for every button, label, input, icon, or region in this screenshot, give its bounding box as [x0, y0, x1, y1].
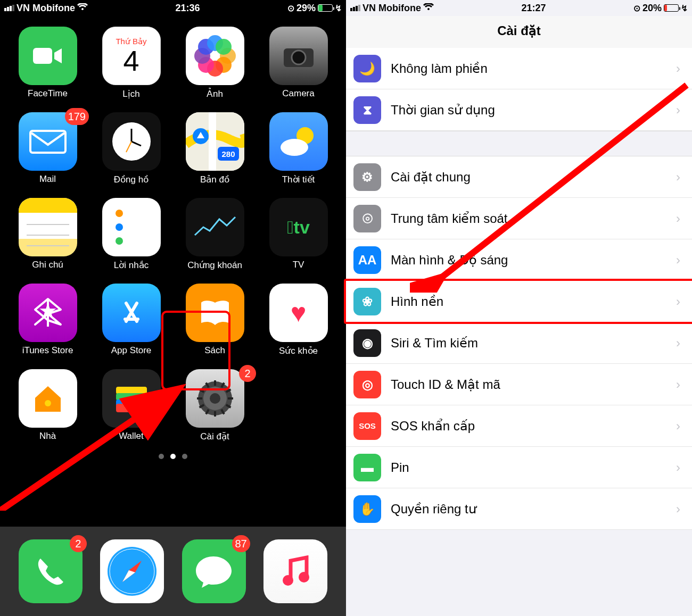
- app-grid: FaceTimeThứ Bảy4LịchẢnhCamera179MailĐồng…: [0, 16, 346, 447]
- dock-app[interactable]: 2: [19, 539, 83, 603]
- row-icon: ◎: [353, 371, 381, 398]
- svg-rect-30: [228, 397, 233, 399]
- signal-icon: [4, 5, 14, 11]
- settings-title: Cài đặt: [346, 16, 692, 48]
- settings-row-quy-n-ri-ng-t-[interactable]: ✋Quyền riêng tư›: [346, 488, 692, 530]
- svg-rect-27: [214, 380, 216, 386]
- health-icon: ♥: [269, 284, 328, 342]
- dock-app[interactable]: 87: [182, 539, 246, 603]
- row-label: Siri & Tìm kiếm: [391, 336, 676, 351]
- svg-text:★: ★: [38, 299, 57, 322]
- section-gap: [346, 131, 692, 156]
- chevron-right-icon: ›: [676, 377, 680, 392]
- clock-icon: [102, 112, 161, 171]
- app-wallet[interactable]: Wallet: [94, 369, 168, 442]
- svg-rect-0: [33, 48, 52, 64]
- settings-row-touch-id-m-t-m-[interactable]: ◎Touch ID & Mật mã›: [346, 364, 692, 405]
- app-thời-tiết[interactable]: Thời tiết: [261, 112, 335, 185]
- app-cài-đặt[interactable]: 2Cài đặt: [178, 369, 252, 442]
- books-icon: [186, 284, 244, 342]
- wifi-icon: [77, 3, 88, 13]
- page-indicator[interactable]: [0, 454, 346, 459]
- wifi-icon: [423, 3, 434, 13]
- app-label: TV: [293, 260, 304, 270]
- svg-point-26: [210, 393, 220, 404]
- chevron-right-icon: ›: [676, 336, 680, 351]
- svg-point-41: [283, 575, 293, 586]
- app-nhà[interactable]: Nhà: [11, 369, 85, 442]
- row-icon: ✋: [353, 495, 381, 523]
- row-label: SOS khẩn cấp: [391, 419, 676, 434]
- badge: 2: [70, 535, 87, 552]
- status-time: 21:27: [521, 3, 546, 14]
- app-sức-khỏe[interactable]: ♥Sức khỏe: [261, 284, 335, 356]
- settings-row-c-i-t-chung[interactable]: ⚙Cài đặt chung›: [346, 156, 692, 198]
- row-icon: 🌙: [353, 55, 381, 82]
- app-label: Thời tiết: [282, 174, 315, 185]
- settings-row-trung-t-m-ki-m-so-t[interactable]: ⦾Trung tâm kiểm soát›: [346, 198, 692, 239]
- dock-app[interactable]: [263, 539, 327, 603]
- row-label: Quyền riêng tư: [391, 502, 676, 517]
- chevron-right-icon: ›: [676, 61, 680, 76]
- dock-app[interactable]: [100, 539, 164, 603]
- battery-percent: 29%: [296, 3, 316, 14]
- app-ghi-chú[interactable]: Ghi chú: [11, 198, 85, 271]
- app-bản-đồ[interactable]: 280Bản đồ: [178, 112, 252, 185]
- carrier-label: VN Mobifone: [363, 3, 421, 14]
- reminders-icon: [102, 198, 161, 256]
- maps-icon: 280: [186, 112, 244, 171]
- app-đồng-hồ[interactable]: Đồng hồ: [94, 112, 168, 185]
- app-label: Camera: [282, 88, 314, 99]
- app-app-store[interactable]: App Store: [94, 284, 168, 356]
- settings-row-kh-ng-l-m-phi-n[interactable]: 🌙Không làm phiền›: [346, 48, 692, 89]
- app-sách[interactable]: Sách: [178, 284, 252, 356]
- svg-rect-3: [30, 131, 65, 153]
- app-itunes-store[interactable]: ★iTunes Store: [11, 284, 85, 356]
- app-mail[interactable]: 179Mail: [11, 112, 85, 185]
- chevron-right-icon: ›: [676, 419, 680, 434]
- calendar-icon: Thứ Bảy4: [102, 27, 161, 85]
- row-label: Màn hình & Độ sáng: [391, 253, 676, 268]
- settings-row-th-i-gian-s-d-ng[interactable]: ⧗Thời gian sử dụng›: [346, 89, 692, 131]
- row-label: Pin: [391, 460, 676, 475]
- chevron-right-icon: ›: [676, 502, 680, 517]
- svg-text:280: 280: [221, 149, 235, 159]
- badge: 2: [239, 365, 256, 382]
- row-label: Thời gian sử dụng: [391, 103, 676, 118]
- charging-icon: ↯: [335, 3, 342, 13]
- app-facetime[interactable]: FaceTime: [11, 27, 85, 99]
- app-ảnh[interactable]: Ảnh: [178, 27, 252, 99]
- dock: 287: [0, 527, 346, 616]
- app-lịch[interactable]: Thứ Bảy4Lịch: [94, 27, 168, 99]
- settings-row-h-nh-n-n[interactable]: ❀Hình nền›: [346, 281, 692, 322]
- lock-icon: ⊙: [633, 3, 640, 13]
- row-icon: SOS: [353, 412, 381, 440]
- settings-row-sos-kh-n-c-p[interactable]: SOSSOS khẩn cấp›: [346, 405, 692, 447]
- chevron-right-icon: ›: [676, 103, 680, 118]
- chevron-right-icon: ›: [676, 460, 680, 475]
- app-lời-nhắc[interactable]: Lời nhắc: [94, 198, 168, 271]
- app-label: Ảnh: [207, 88, 223, 99]
- carrier-label: VN Mobifone: [17, 3, 75, 14]
- charging-icon: ↯: [681, 3, 688, 13]
- safari-icon: [100, 539, 164, 603]
- status-time: 21:36: [175, 3, 200, 14]
- app-chứng-khoán[interactable]: Chứng khoán: [178, 198, 252, 271]
- row-icon: ⚙: [353, 163, 381, 191]
- music-icon: [263, 539, 327, 603]
- row-icon: ▬: [353, 454, 381, 481]
- app-label: Chứng khoán: [187, 260, 242, 271]
- chevron-right-icon: ›: [676, 211, 680, 226]
- row-icon: ❀: [353, 288, 381, 315]
- settings-row-m-n-h-nh-s-ng[interactable]: AAMàn hình & Độ sáng›: [346, 239, 692, 281]
- app-label: Đồng hồ: [114, 174, 149, 185]
- app-tv[interactable]: tvTV: [261, 198, 335, 271]
- settings-row-siri-t-m-ki-m[interactable]: ◉Siri & Tìm kiếm›: [346, 322, 692, 364]
- row-icon: ⦾: [353, 205, 381, 232]
- app-label: Wallet: [119, 431, 144, 442]
- app-camera[interactable]: Camera: [261, 27, 335, 99]
- settings-row-pin[interactable]: ▬Pin›: [346, 447, 692, 488]
- appstore-icon: [102, 284, 161, 342]
- app-label: Sách: [204, 345, 225, 356]
- homescreen: VN Mobifone 21:36 ⊙ 29% ↯ FaceTimeThứ Bả…: [0, 0, 346, 616]
